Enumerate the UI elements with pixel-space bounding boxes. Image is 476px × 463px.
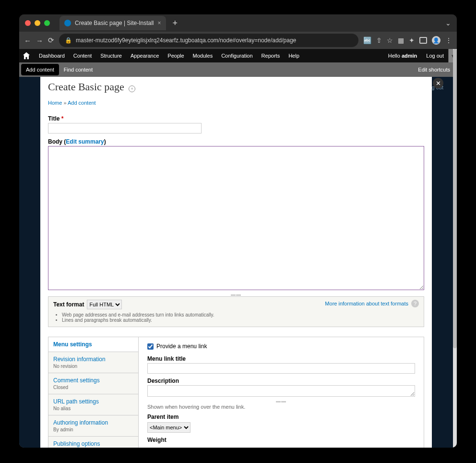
breadcrumb: Home » Add content <box>40 98 432 110</box>
kebab-menu-icon[interactable]: ⋮ <box>445 37 452 44</box>
toolbar-content[interactable]: Content <box>69 49 96 62</box>
toolbar-people[interactable]: People <box>163 49 188 62</box>
favicon-icon <box>64 20 71 26</box>
overlay-panel: ✕ Create Basic page + Home » Add content… <box>40 77 432 448</box>
vertical-tab-pane: Provide a menu link Menu link title Desc… <box>139 337 424 448</box>
more-info-link[interactable]: More information about text formats ? <box>325 300 419 307</box>
toolbar-logout[interactable]: Log out <box>422 49 448 62</box>
admin-toolbar: Dashboard Content Structure Appearance P… <box>19 49 457 62</box>
text-format-label: Text format <box>53 301 84 308</box>
window-controls <box>25 20 50 26</box>
minimize-window-icon[interactable] <box>35 20 40 26</box>
parent-item-select[interactable]: <Main menu> <box>147 422 190 433</box>
help-icon: ? <box>411 300 419 307</box>
share-icon[interactable]: ⇧ <box>376 37 382 44</box>
shortcut-add-content[interactable]: Add content <box>21 64 59 75</box>
toolbar-dashboard[interactable]: Dashboard <box>35 49 69 62</box>
overlay-header: Create Basic page + <box>40 77 432 98</box>
vtab-comment[interactable]: Comment settings Closed <box>48 373 138 394</box>
browser-window: Create Basic page | Site-Install × + ⌄ ←… <box>19 14 457 448</box>
url-input[interactable]: 🔒 master-mutzod6fy9eyteiglisjxlrq24searf… <box>59 34 358 47</box>
text-format-select[interactable]: Full HTML <box>87 300 122 309</box>
text-format-box: Text format Full HTML More information a… <box>48 296 424 327</box>
toolbar-modules[interactable]: Modules <box>189 49 217 62</box>
body-textarea[interactable] <box>48 146 424 290</box>
home-icon[interactable] <box>22 51 31 60</box>
vertical-tab-list: Menu settings Revision information No re… <box>48 337 139 448</box>
provide-menu-link-checkbox[interactable]: Provide a menu link <box>147 343 415 350</box>
format-tip: Lines and paragraphs break automatically… <box>62 317 419 323</box>
menu-link-title-input[interactable] <box>147 363 415 374</box>
vtab-revision[interactable]: Revision information No revision <box>48 352 138 373</box>
reload-button[interactable]: ⟳ <box>48 36 54 45</box>
title-input[interactable] <box>48 123 202 134</box>
shortcut-add-icon[interactable]: + <box>129 85 135 92</box>
page-title: Create Basic page <box>48 81 124 93</box>
format-tip: Web page addresses and e-mail addresses … <box>62 312 419 317</box>
vtab-path[interactable]: URL path settings No alias <box>48 394 138 415</box>
bookmark-icon[interactable]: ☆ <box>387 37 393 44</box>
edit-summary-link[interactable]: Edit summary <box>66 138 104 145</box>
vtab-authoring[interactable]: Authoring information By admin <box>48 415 138 437</box>
vtab-menu-settings[interactable]: Menu settings <box>48 337 138 352</box>
parent-item-label: Parent item <box>147 414 415 420</box>
back-button[interactable]: ← <box>24 37 31 45</box>
toolbar-reports[interactable]: Reports <box>257 49 285 62</box>
tab-title: Create Basic page | Site-Install <box>75 20 154 26</box>
forward-button[interactable]: → <box>36 37 43 45</box>
scrollbar-thumb[interactable] <box>453 49 457 348</box>
resize-grip-icon[interactable]: ▬▬ <box>48 292 424 295</box>
address-bar: ← → ⟳ 🔒 master-mutzod6fy9eyteiglisjxlrq2… <box>19 32 457 49</box>
shortcut-find-content[interactable]: Find content <box>59 64 98 75</box>
browser-tab[interactable]: Create Basic page | Site-Install × <box>60 16 166 30</box>
close-window-icon[interactable] <box>25 20 31 26</box>
breadcrumb-add-content[interactable]: Add content <box>68 100 96 106</box>
vtab-publishing[interactable]: Publishing options Published <box>48 437 138 448</box>
toolbar-help[interactable]: Help <box>284 49 304 62</box>
menu-link-title-label: Menu link title <box>147 355 415 362</box>
weight-label: Weight <box>147 437 415 443</box>
profile-avatar-icon[interactable]: 👤 <box>432 36 440 45</box>
body-label: Body (Edit summary) <box>48 138 424 145</box>
extension-icons: 🔤 ⇧ ☆ ▦ ✦ 👤 ⋮ <box>363 36 452 45</box>
provide-menu-link-input[interactable] <box>147 343 154 350</box>
new-tab-button[interactable]: + <box>170 18 181 28</box>
title-label: Title * <box>48 115 424 122</box>
menu-description-input[interactable] <box>147 385 415 397</box>
vertical-tabs: Menu settings Revision information No re… <box>48 337 424 448</box>
description-hint: Shown when hovering over the menu link. <box>147 404 415 410</box>
resize-grip-icon[interactable]: ▬▬ <box>147 398 415 402</box>
extensions-puzzle-icon[interactable]: ✦ <box>409 37 415 44</box>
overlay-close-icon[interactable]: ✕ <box>433 78 443 88</box>
tab-list-chevron-icon[interactable]: ⌄ <box>445 19 451 27</box>
page-viewport: Dashboard Content Structure Appearance P… <box>19 49 457 448</box>
scrollbar[interactable] <box>453 49 457 448</box>
toolbar-appearance[interactable]: Appearance <box>126 49 163 62</box>
toolbar-structure[interactable]: Structure <box>96 49 126 62</box>
tab-strip: Create Basic page | Site-Install × + ⌄ <box>19 14 457 32</box>
toolbar-configuration[interactable]: Configuration <box>217 49 257 62</box>
sidepanel-icon[interactable] <box>419 37 427 44</box>
edit-shortcuts[interactable]: Edit shortcuts <box>418 67 457 73</box>
format-tips: Web page addresses and e-mail addresses … <box>62 312 419 323</box>
translate-icon[interactable]: 🔤 <box>363 37 371 44</box>
close-tab-icon[interactable]: × <box>158 20 161 26</box>
extension-icon[interactable]: ▦ <box>398 37 404 44</box>
lock-icon: 🔒 <box>65 37 72 44</box>
menu-description-label: Description <box>147 378 415 384</box>
node-form: Title * Body (Edit summary) ▬▬ Text form… <box>40 115 432 448</box>
shortcut-bar: Add content Find content Edit shortcuts <box>19 62 457 77</box>
url-text: master-mutzod6fy9eyteiglisjxlrq24searfz.… <box>76 37 296 44</box>
maximize-window-icon[interactable] <box>44 20 50 26</box>
hello-user: Hello admin <box>388 53 422 59</box>
breadcrumb-home[interactable]: Home <box>48 100 62 106</box>
